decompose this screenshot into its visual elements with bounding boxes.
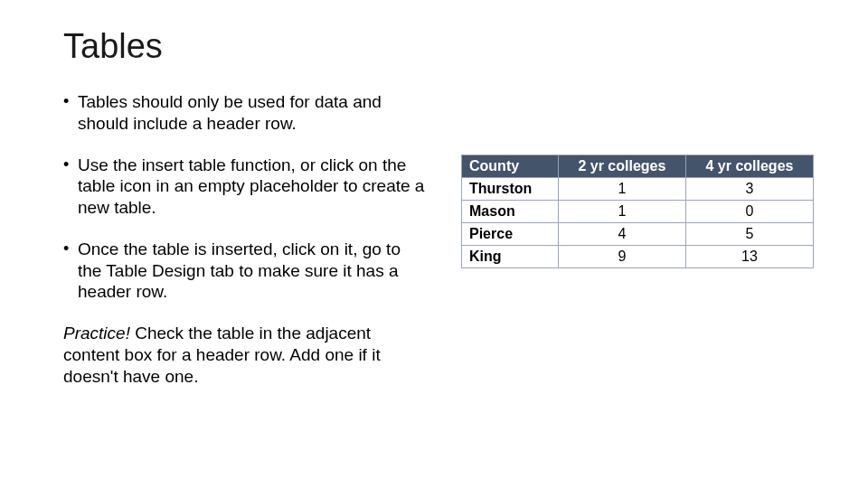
cell-4yr: 13	[685, 246, 813, 268]
cell-2yr: 4	[558, 223, 685, 246]
header-county: County	[462, 155, 559, 178]
cell-4yr: 0	[685, 201, 813, 223]
table-column: County 2 yr colleges 4 yr colleges Thurs…	[461, 91, 814, 387]
table-row: King 9 13	[462, 246, 814, 268]
header-2yr: 2 yr colleges	[558, 155, 685, 178]
bullet-item: • Use the insert table function, or clic…	[63, 155, 425, 219]
bullet-dot-icon: •	[63, 239, 78, 303]
bullet-text: Once the table is inserted, click on it,…	[78, 239, 425, 303]
table-row: Pierce 4 5	[462, 223, 814, 246]
header-4yr: 4 yr colleges	[685, 155, 813, 178]
practice-paragraph: Practice! Check the table in the adjacen…	[63, 323, 425, 387]
bullet-dot-icon: •	[63, 155, 78, 219]
colleges-table: County 2 yr colleges 4 yr colleges Thurs…	[461, 155, 814, 268]
cell-county: Mason	[462, 201, 559, 223]
cell-4yr: 3	[685, 178, 813, 201]
cell-county: Pierce	[462, 223, 559, 246]
cell-4yr: 5	[685, 223, 813, 246]
bullet-text: Use the insert table function, or click …	[78, 155, 425, 219]
table-header-row: County 2 yr colleges 4 yr colleges	[462, 155, 814, 178]
bullet-text: Tables should only be used for data and …	[78, 91, 425, 135]
cell-2yr: 1	[558, 201, 685, 223]
cell-county: King	[462, 246, 559, 268]
bullet-item: • Once the table is inserted, click on i…	[63, 239, 425, 303]
slide-body: • Tables should only be used for data an…	[63, 91, 814, 387]
text-column: • Tables should only be used for data an…	[63, 91, 425, 387]
bullet-dot-icon: •	[63, 91, 78, 135]
cell-county: Thurston	[462, 178, 559, 201]
cell-2yr: 1	[558, 178, 685, 201]
practice-lead: Practice!	[63, 324, 130, 343]
slide-title: Tables	[63, 27, 814, 66]
table-row: Mason 1 0	[462, 201, 814, 223]
table-row: Thurston 1 3	[462, 178, 814, 201]
bullet-item: • Tables should only be used for data an…	[63, 91, 425, 135]
cell-2yr: 9	[558, 246, 685, 268]
